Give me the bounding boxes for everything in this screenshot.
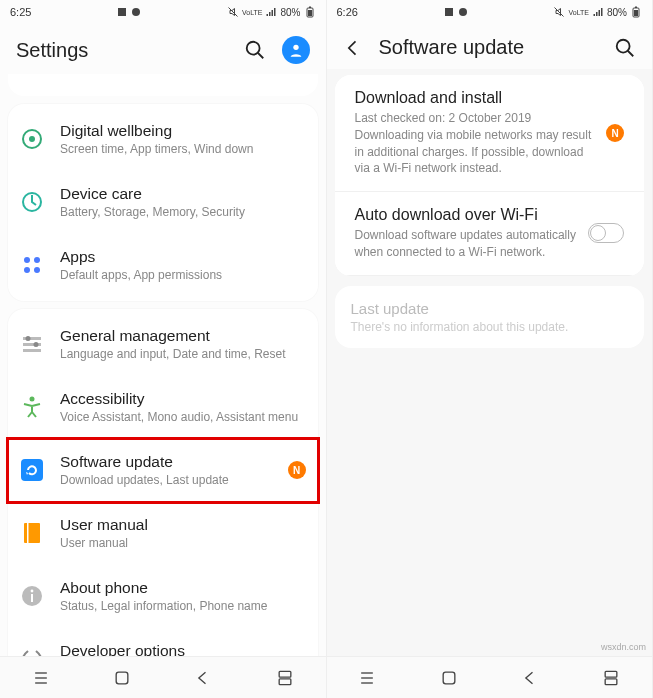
settings-item-digital-wellbeing[interactable]: Digital wellbeingScreen time, App timers… xyxy=(8,108,318,171)
recents-button[interactable] xyxy=(31,668,51,688)
item-title: Digital wellbeing xyxy=(60,121,306,140)
search-icon[interactable] xyxy=(614,37,636,59)
svg-point-11 xyxy=(24,257,30,263)
notif-icon xyxy=(457,6,469,18)
item-subtitle: Voice Assistant, Mono audio, Assistant m… xyxy=(60,410,306,426)
settings-item-device-care[interactable]: Device careBattery, Storage, Memory, Sec… xyxy=(8,171,318,234)
settings-list[interactable]: Digital wellbeingScreen time, App timers… xyxy=(0,74,326,656)
svg-rect-4 xyxy=(309,7,311,9)
split-button[interactable] xyxy=(601,668,621,688)
update-content: Download and install Last checked on: 2 … xyxy=(327,69,653,656)
settings-item-user-manual[interactable]: User manualUser manual xyxy=(8,502,318,565)
home-button[interactable] xyxy=(439,668,459,688)
svg-rect-37 xyxy=(635,7,637,9)
svg-point-20 xyxy=(30,397,35,402)
nav-bar xyxy=(0,656,326,698)
svg-rect-30 xyxy=(116,672,128,684)
partial-card xyxy=(8,74,318,96)
svg-point-9 xyxy=(29,136,35,142)
item-title: Accessibility xyxy=(60,389,306,408)
svg-point-1 xyxy=(132,8,140,16)
software-update-screen: 6:26 VoLTE 80% Software update Download … xyxy=(327,0,654,698)
settings-header: Settings xyxy=(0,24,326,74)
mute-icon xyxy=(553,6,565,18)
software-update-icon xyxy=(20,458,44,482)
mute-icon xyxy=(227,6,239,18)
notif-icon xyxy=(130,6,142,18)
search-icon[interactable] xyxy=(244,39,266,61)
item-subtitle: Screen time, App timers, Wind down xyxy=(60,142,306,158)
split-button[interactable] xyxy=(275,668,295,688)
back-button[interactable] xyxy=(520,668,540,688)
status-bar: 6:26 VoLTE 80% xyxy=(327,0,653,24)
svg-rect-3 xyxy=(308,10,312,16)
watermark: wsxdn.com xyxy=(601,642,646,652)
svg-point-34 xyxy=(459,8,467,16)
nav-bar xyxy=(327,656,653,698)
about-phone-icon xyxy=(20,584,44,608)
svg-rect-23 xyxy=(27,523,29,543)
profile-avatar[interactable] xyxy=(282,36,310,64)
item-subtitle: Battery, Storage, Memory, Security xyxy=(60,205,306,221)
user-manual-icon xyxy=(20,521,44,545)
item-title: About phone xyxy=(60,578,306,597)
general-management-icon xyxy=(20,332,44,356)
download-and-install[interactable]: Download and install Last checked on: 2 … xyxy=(335,75,645,192)
svg-line-6 xyxy=(257,53,263,59)
item-title: Developer options xyxy=(60,641,306,656)
signal-icon xyxy=(265,6,277,18)
status-time: 6:26 xyxy=(337,6,358,18)
battery-icon xyxy=(630,6,642,18)
settings-item-general-management[interactable]: General managementLanguage and input, Da… xyxy=(8,313,318,376)
item-title: User manual xyxy=(60,515,306,534)
notif-icon xyxy=(443,6,455,18)
svg-rect-0 xyxy=(118,8,126,16)
home-button[interactable] xyxy=(112,668,132,688)
svg-rect-45 xyxy=(605,678,617,684)
settings-item-accessibility[interactable]: AccessibilityVoice Assistant, Mono audio… xyxy=(8,376,318,439)
svg-point-14 xyxy=(34,267,40,273)
status-right: VoLTE 80% xyxy=(553,6,642,18)
item-title: Software update xyxy=(60,452,272,471)
svg-point-18 xyxy=(26,336,31,341)
settings-item-about-phone[interactable]: About phoneStatus, Legal information, Ph… xyxy=(8,565,318,628)
item-title: Device care xyxy=(60,184,306,203)
status-left-icons xyxy=(443,6,469,18)
settings-item-apps[interactable]: AppsDefault apps, App permissions xyxy=(8,234,318,297)
svg-point-12 xyxy=(34,257,40,263)
svg-rect-36 xyxy=(634,10,638,16)
update-card: Download and install Last checked on: 2 … xyxy=(335,75,645,276)
svg-point-7 xyxy=(293,45,298,50)
svg-point-26 xyxy=(31,590,34,593)
settings-item-developer-options[interactable]: Developer optionsDeveloper options xyxy=(8,628,318,656)
svg-point-19 xyxy=(34,342,39,347)
update-badge: N xyxy=(606,124,624,142)
device-care-icon xyxy=(20,190,44,214)
developer-options-icon xyxy=(20,647,44,656)
status-bar: 6:25 VoLTE 80% xyxy=(0,0,326,24)
last-update-subtitle: There's no information about this update… xyxy=(351,320,629,334)
svg-point-5 xyxy=(246,42,259,55)
back-icon[interactable] xyxy=(343,38,363,58)
item-subtitle: Status, Legal information, Phone name xyxy=(60,599,306,615)
settings-screen: 6:25 VoLTE 80% Settings Digital wellbein… xyxy=(0,0,327,698)
apps-icon xyxy=(20,253,44,277)
svg-line-39 xyxy=(628,50,634,56)
svg-rect-17 xyxy=(23,349,41,352)
settings-item-software-update[interactable]: Software updateDownload updates, Last up… xyxy=(8,439,318,502)
item-subtitle: Download updates, Last update xyxy=(60,473,272,489)
item-subtitle: Default apps, App permissions xyxy=(60,268,306,284)
item-title: General management xyxy=(60,326,306,345)
settings-card: General managementLanguage and input, Da… xyxy=(8,309,318,656)
status-time: 6:25 xyxy=(10,6,31,18)
battery-icon xyxy=(304,6,316,18)
recents-button[interactable] xyxy=(357,668,377,688)
auto-download-toggle[interactable] xyxy=(588,223,624,243)
svg-rect-31 xyxy=(279,671,291,677)
update-badge: N xyxy=(288,461,306,479)
back-button[interactable] xyxy=(193,668,213,688)
accessibility-icon xyxy=(20,395,44,419)
signal-icon xyxy=(592,6,604,18)
notif-icon xyxy=(116,6,128,18)
auto-download-wifi[interactable]: Auto download over Wi-Fi Download softwa… xyxy=(335,192,645,276)
